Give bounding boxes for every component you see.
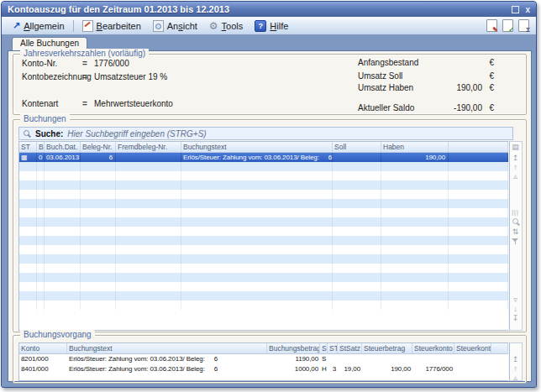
- cell: [181, 282, 333, 291]
- transaction-table-rows: 8201/000Erlös/Steuer: Zahlung vom: 03.06…: [19, 354, 508, 374]
- copy-grid-icon[interactable]: ▤: [510, 143, 521, 151]
- summary-value: 1776/000: [94, 59, 129, 68]
- cell: [449, 217, 508, 227]
- column-header: ST: [19, 142, 37, 152]
- group-label: Jahresverkehrszahlen (vorläufig): [20, 49, 149, 58]
- booking-text: Erlös/Steuer: Zahlung vom: 03.06.2013/ B…: [69, 355, 205, 363]
- cell: 1776/000: [412, 364, 454, 374]
- cell: [362, 354, 412, 364]
- bookings-table-rows: ▦003.06.20136Erlös/Steuer: Zahlung vom: …: [19, 153, 508, 310]
- cell: 03.06.2013: [45, 153, 81, 162]
- zoom-icon[interactable]: [510, 217, 521, 226]
- menu-item-tools[interactable]: ⚙Tools: [203, 17, 249, 34]
- filter-icon[interactable]: [510, 238, 521, 244]
- cell: [491, 354, 508, 364]
- summary-row: Konto-Nr.=1776/000: [22, 59, 341, 68]
- prev-icon[interactable]: ▵: [510, 172, 521, 180]
- cell: [81, 171, 116, 180]
- cell: [81, 217, 116, 227]
- summary-value: Umsatzsteuer 19 %: [94, 72, 167, 81]
- menubar-items: ↗AllgemeinBearbeitenAnsicht⚙Tools?Hilfe: [7, 17, 294, 34]
- summary-label: Aktueller Saldo: [358, 103, 414, 112]
- summary-value: Mehrwertsteuerkonto: [94, 99, 173, 108]
- scroll-top-icon[interactable]: ↥: [510, 154, 521, 162]
- equals-separator: =: [82, 99, 87, 108]
- cell: [45, 291, 81, 301]
- check-icon[interactable]: ✓: [502, 19, 513, 32]
- column-header: S: [320, 343, 328, 353]
- cell: S: [320, 354, 328, 364]
- cell: [449, 264, 508, 273]
- sum-icon[interactable]: Σ: [518, 19, 529, 32]
- cell: [181, 190, 333, 199]
- search-bar[interactable]: Suche: Hier Suchbegriff eingeben (STRG+S…: [18, 127, 513, 140]
- cell: [381, 171, 449, 180]
- table-row[interactable]: 8401/000Erlös/Steuer: Zahlung vom: 03.06…: [19, 364, 508, 374]
- help-icon: ?: [255, 20, 266, 32]
- close-icon[interactable]: x: [525, 6, 530, 13]
- table-row-empty: [19, 264, 508, 273]
- cell: [454, 364, 491, 374]
- cell: [19, 208, 37, 217]
- column-header: Steuerkonto 2: [454, 343, 491, 353]
- summary-label: Umsatz Haben: [358, 83, 413, 92]
- cell: [116, 227, 181, 236]
- booking-text-beleg: 6: [214, 355, 218, 363]
- summary-label: Kontobezeichnung: [22, 72, 92, 81]
- menu-item-allgemein[interactable]: ↗Allgemein: [7, 17, 71, 34]
- currency-symbol: €: [489, 103, 494, 112]
- cell: [449, 208, 508, 217]
- cell: [45, 282, 81, 291]
- up-icon[interactable]: ↑: [510, 364, 521, 373]
- column-header: Buchungsbetrag: [267, 343, 320, 353]
- summary-row: Kontobezeichnung=Umsatzsteuer 19 %: [22, 72, 341, 81]
- columns-icon[interactable]: |||: [510, 208, 521, 217]
- up-icon[interactable]: ↑: [510, 163, 521, 171]
- cell: [116, 171, 181, 180]
- cell: [449, 227, 508, 236]
- table-row-selected[interactable]: ▦003.06.20136Erlös/Steuer: Zahlung vom: …: [19, 153, 508, 162]
- bookings-table: STBBuch.Dat.Beleg-Nr.Fremdbeleg-Nr.Buchu…: [18, 141, 508, 331]
- cell: [181, 254, 333, 264]
- next-icon[interactable]: ▿: [510, 295, 521, 304]
- cell: [449, 199, 508, 208]
- table-row-empty: [19, 282, 508, 291]
- scroll-bottom-icon[interactable]: ↧: [510, 314, 521, 322]
- group-label: Buchungsvorgang: [20, 330, 95, 339]
- menu-item-hilfe[interactable]: ?Hilfe: [249, 17, 294, 34]
- menu-item-bearbeiten[interactable]: Bearbeiten: [76, 17, 147, 34]
- table-row[interactable]: 8201/000Erlös/Steuer: Zahlung vom: 03.06…: [19, 354, 508, 364]
- cell: [116, 264, 181, 273]
- cell: [181, 245, 333, 254]
- scroll-top-icon[interactable]: ↥: [510, 355, 521, 363]
- sort-icon[interactable]: ⇅: [510, 227, 521, 236]
- cell: 1190,00: [267, 354, 320, 364]
- search-label: Suche:: [35, 129, 63, 139]
- cell: Erlös/Steuer: Zahlung vom: 03.06.2013/ B…: [67, 354, 267, 364]
- notes-icon[interactable]: ✎: [486, 19, 497, 32]
- cell: [81, 273, 116, 282]
- cell: [37, 199, 45, 208]
- menu-item-ansicht[interactable]: Ansicht: [147, 17, 203, 34]
- table-row-empty: [19, 236, 508, 245]
- restore-icon[interactable]: [512, 6, 519, 13]
- cell: [45, 227, 81, 236]
- cell: [412, 354, 454, 364]
- prev-icon[interactable]: ▵: [510, 374, 521, 382]
- table-row-empty: [19, 199, 508, 208]
- table-row-empty: [19, 291, 508, 301]
- titlebar[interactable]: Kontoauszug für den Zeitraum 01.2013 bis…: [2, 2, 536, 17]
- menu-separator: [73, 20, 74, 32]
- badge-glyph: ✎: [492, 27, 498, 34]
- cell: [81, 301, 116, 310]
- cell: [37, 264, 45, 273]
- cell: [181, 236, 333, 245]
- column-header: Buchungstext: [67, 343, 267, 353]
- down-icon[interactable]: ↓: [510, 305, 521, 313]
- cell: [381, 236, 449, 245]
- cell: [116, 254, 181, 264]
- bookings-table-header: STBBuch.Dat.Beleg-Nr.Fremdbeleg-Nr.Buchu…: [19, 142, 508, 153]
- cell: [381, 245, 449, 254]
- group-buchungsvorgang: Buchungsvorgang KontoBuchungstextBuchung…: [13, 335, 527, 384]
- cell: [37, 180, 45, 190]
